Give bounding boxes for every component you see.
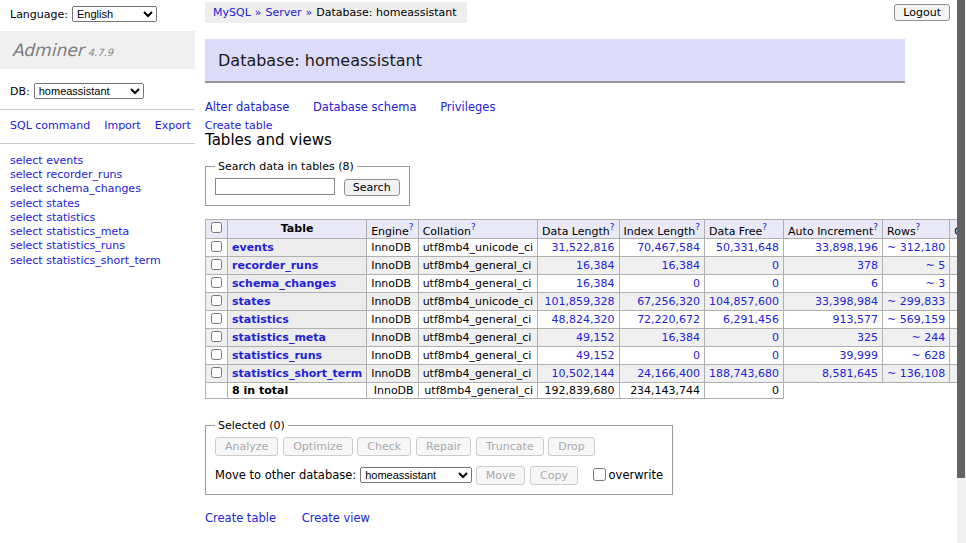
column-help-link[interactable]: ?: [762, 222, 767, 232]
table-total-row: 8 in total InnoDB utf8mb4_general_ci 192…: [206, 383, 966, 399]
optimize-button[interactable]: Optimize: [283, 437, 352, 456]
row-checkbox[interactable]: [211, 277, 222, 288]
table-name-link[interactable]: statistics_short_term: [232, 367, 362, 380]
overwrite-checkbox[interactable]: [593, 468, 606, 481]
total-label: 8 in total: [228, 383, 367, 399]
database-action-links: Alter database Database schema Privilege…: [205, 100, 905, 114]
move-button[interactable]: Move: [476, 466, 526, 485]
analyze-button[interactable]: Analyze: [215, 437, 278, 456]
repair-button[interactable]: Repair: [416, 437, 471, 456]
breadcrumb: MySQL»Server»Database: homeassistant: [205, 2, 467, 23]
sidebar-item-select-schema-changes[interactable]: select schema_changes: [10, 183, 195, 196]
table-row: schema_changes InnoDB utf8mb4_general_ci…: [206, 275, 966, 293]
sidebar-item-select-states[interactable]: select states: [10, 198, 195, 211]
db-select[interactable]: homeassistant: [34, 83, 144, 99]
sidebar-item-select-statistics-short-term[interactable]: select statistics_short_term: [10, 255, 195, 268]
rows-count-link[interactable]: ~ 136,108: [887, 367, 945, 380]
database-schema-link[interactable]: Database schema: [313, 100, 416, 114]
select-all-checkbox[interactable]: [211, 222, 222, 233]
row-checkbox[interactable]: [211, 349, 222, 360]
sidebar-item-select-statistics-meta[interactable]: select statistics_meta: [10, 226, 195, 239]
column-help-link[interactable]: ?: [409, 222, 414, 232]
main-content: MySQL»Server»Database: homeassistant Dat…: [205, 0, 905, 543]
sidebar-item-select-statistics-runs[interactable]: select statistics_runs: [10, 240, 195, 253]
sidebar-link-import[interactable]: Import: [104, 119, 141, 132]
create-table-link[interactable]: Create table: [205, 511, 276, 525]
rows-count-link[interactable]: ~ 244: [911, 331, 945, 344]
sidebar-link-sql-command[interactable]: SQL command: [10, 119, 90, 132]
search-legend: Search data in tables (8): [215, 160, 357, 173]
column-header-table: Table: [228, 219, 367, 239]
selected-fieldset: Selected (0) Analyze Optimize Check Repa…: [205, 419, 673, 495]
column-help-link[interactable]: ?: [916, 222, 921, 232]
language-select[interactable]: English: [72, 6, 157, 22]
drop-button[interactable]: Drop: [548, 437, 594, 456]
table-name-link[interactable]: statistics_runs: [232, 349, 322, 362]
selected-buttons-row: Analyze Optimize Check Repair Truncate D…: [215, 437, 663, 456]
create-view-link[interactable]: Create view: [302, 511, 370, 525]
rows-count-link[interactable]: ~ 299,833: [887, 295, 945, 308]
breadcrumb-server-link[interactable]: Server: [266, 6, 302, 19]
table-name-link[interactable]: states: [232, 295, 271, 308]
column-help-link[interactable]: ?: [873, 222, 878, 232]
column-header-data-free: Data Free?: [705, 219, 784, 239]
sidebar-actions: SQL commandImportExportCreate table: [0, 119, 170, 133]
table-row: states InnoDB utf8mb4_unicode_ci 101,859…: [206, 293, 966, 311]
rows-count-link[interactable]: ~ 628: [911, 349, 945, 362]
scrollbar-track[interactable]: [957, 0, 966, 543]
search-input[interactable]: [215, 178, 335, 195]
table-row: statistics InnoDB utf8mb4_general_ci 48,…: [206, 311, 966, 329]
column-header-index-length: Index Length?: [619, 219, 705, 239]
overwrite-option[interactable]: overwrite: [589, 468, 664, 482]
breadcrumb-current: Database: homeassistant: [316, 6, 456, 19]
breadcrumb-mysql-link[interactable]: MySQL: [213, 6, 251, 19]
column-header-auto-increment: Auto Increment?: [784, 219, 883, 239]
column-help-link[interactable]: ?: [471, 222, 476, 232]
alter-database-link[interactable]: Alter database: [205, 100, 289, 114]
sidebar-table-links: select events select recorder_runs selec…: [0, 155, 195, 268]
row-checkbox[interactable]: [211, 259, 222, 270]
rows-count-link[interactable]: ~ 3: [925, 277, 945, 290]
rows-count-link[interactable]: ~ 312,180: [887, 241, 945, 254]
sidebar-item-select-recorder-runs[interactable]: select recorder_runs: [10, 169, 195, 182]
sidebar: Language:English Adminer4.7.9 DB:homeass…: [0, 0, 195, 269]
divider: [0, 143, 195, 144]
table-name-link[interactable]: schema_changes: [232, 277, 336, 290]
copy-button[interactable]: Copy: [530, 466, 578, 485]
sidebar-link-export[interactable]: Export: [155, 119, 191, 132]
overwrite-label: overwrite: [609, 468, 664, 482]
row-checkbox[interactable]: [211, 331, 222, 342]
tables-overview-table: Table Engine? Collation? Data Length? In…: [205, 219, 966, 400]
table-name-link[interactable]: events: [232, 241, 274, 254]
row-checkbox[interactable]: [211, 295, 222, 306]
logout-button[interactable]: Logout: [894, 4, 950, 21]
selected-legend: Selected (0): [215, 419, 288, 432]
truncate-button[interactable]: Truncate: [476, 437, 543, 456]
move-row: Move to other database:homeassistant Mov…: [215, 465, 663, 485]
app-name: Adminer: [12, 40, 84, 60]
privileges-link[interactable]: Privileges: [440, 100, 495, 114]
column-help-link[interactable]: ?: [610, 222, 615, 232]
move-database-select[interactable]: homeassistant: [360, 467, 472, 483]
row-checkbox[interactable]: [211, 313, 222, 324]
page-title: Database: homeassistant: [205, 39, 905, 83]
table-name-link[interactable]: statistics: [232, 313, 289, 326]
rows-count-link[interactable]: ~ 569,159: [887, 313, 945, 326]
sidebar-item-select-events[interactable]: select events: [10, 155, 195, 168]
row-checkbox[interactable]: [211, 367, 222, 378]
search-button[interactable]: Search: [344, 179, 400, 196]
table-name-link[interactable]: statistics_meta: [232, 331, 326, 344]
check-button[interactable]: Check: [357, 437, 411, 456]
tables-and-views-title: Tables and views: [205, 131, 905, 149]
column-help-link[interactable]: ?: [695, 222, 700, 232]
create-links-row: Create table Create view: [205, 511, 905, 525]
table-name-link[interactable]: recorder_runs: [232, 259, 318, 272]
app-logo: Adminer4.7.9: [0, 31, 195, 69]
table-header-row: Table Engine? Collation? Data Length? In…: [206, 219, 966, 239]
scrollbar-thumb[interactable]: [957, 0, 965, 478]
rows-count-link[interactable]: ~ 5: [925, 259, 945, 272]
row-checkbox[interactable]: [211, 241, 222, 252]
sidebar-item-select-statistics[interactable]: select statistics: [10, 212, 195, 225]
divider: [0, 109, 195, 110]
column-header-engine: Engine?: [367, 219, 418, 239]
